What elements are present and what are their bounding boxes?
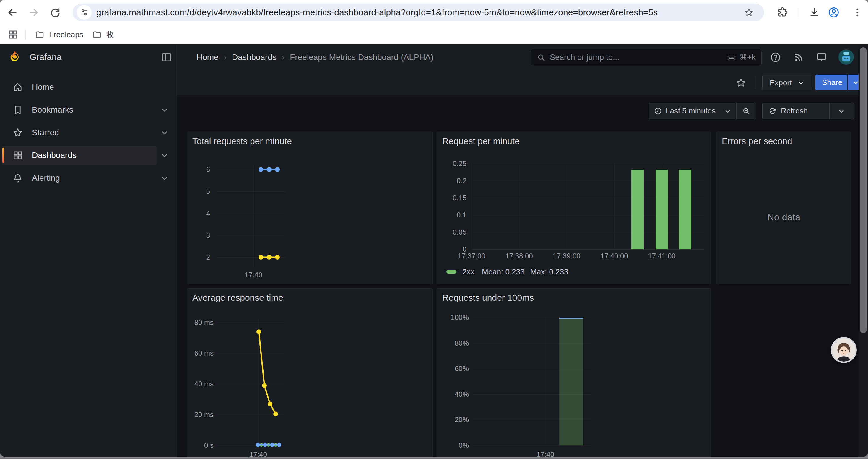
user-avatar[interactable]	[838, 49, 854, 65]
sidebar-item-bookmarks[interactable]: Bookmarks	[2, 100, 157, 119]
percentage-bar[interactable]	[559, 318, 583, 446]
sidebar-item-alerting[interactable]: Alerting	[2, 169, 157, 188]
download-icon[interactable]	[809, 7, 819, 18]
share-button[interactable]: Share	[815, 75, 847, 90]
search-placeholder: Search or jump to...	[550, 49, 620, 66]
y-tick-label: 40 ms	[187, 380, 214, 388]
legend-series-name[interactable]: 2xx	[462, 267, 474, 276]
home-icon	[12, 82, 23, 93]
floating-assistant-avatar[interactable]	[831, 337, 857, 363]
panel-total-requests-per-minute: Total requests per minute6543217:40NameM…	[187, 132, 433, 284]
news-icon[interactable]	[793, 52, 804, 63]
data-point	[256, 329, 261, 334]
refresh-group: Refresh	[762, 103, 854, 119]
page-header: Home›Dashboards›Freeleaps Metrics Dashbo…	[177, 44, 868, 70]
breadcrumb-item[interactable]: Dashboards	[232, 53, 277, 62]
chevron-down-icon	[853, 80, 859, 86]
legend: 2xxMean: 0.233Max: 0.233	[444, 266, 704, 278]
scrollbar-thumb[interactable]	[860, 47, 867, 333]
chevron-down-icon[interactable]	[161, 175, 168, 182]
x-tick-label: 17:40	[235, 451, 282, 457]
gridline	[471, 164, 472, 249]
y-tick-label: 4	[187, 209, 210, 218]
gridline	[217, 384, 285, 384]
data-point	[267, 443, 270, 447]
gridline	[217, 191, 285, 192]
data-point	[274, 443, 277, 447]
y-tick-label: 20%	[437, 415, 469, 424]
y-tick-label: 60%	[437, 364, 469, 373]
extensions-icon[interactable]	[777, 7, 788, 18]
chevron-down-icon[interactable]	[161, 153, 168, 159]
gridline	[567, 164, 567, 249]
refresh-interval-button[interactable]	[830, 103, 854, 119]
panel-title[interactable]: Request per minute	[442, 136, 520, 146]
chevron-down-icon[interactable]	[161, 107, 168, 113]
gridline	[472, 198, 704, 198]
sidebar-toggle-icon[interactable]	[161, 52, 172, 63]
panel-title[interactable]: Errors per second	[722, 136, 792, 146]
panel-errors-per-second: Errors per secondNo data	[716, 132, 851, 284]
site-settings-button[interactable]	[77, 5, 92, 20]
data-point	[277, 443, 281, 447]
grafana-logo-icon[interactable]	[8, 50, 22, 64]
sidebar-item-label: Bookmarks	[32, 100, 73, 119]
brand-label[interactable]: Grafana	[30, 52, 61, 62]
reload-icon[interactable]	[50, 7, 60, 18]
sidebar-item-home[interactable]: Home	[2, 78, 157, 97]
zoom-out-button[interactable]	[736, 103, 756, 119]
data-point	[268, 402, 272, 406]
star-icon	[12, 127, 23, 138]
bar[interactable]	[679, 169, 691, 249]
refresh-label: Refresh	[781, 106, 808, 116]
grafana-app: Grafana HomeBookmarksStarredDashboardsAl…	[0, 44, 868, 457]
breadcrumb-item[interactable]: Home	[196, 53, 219, 62]
breadcrumb-item[interactable]: Freeleaps Metrics Dashboard (ALPHA)	[290, 53, 433, 62]
time-range-label: Last 5 minutes	[665, 106, 716, 116]
time-range-picker[interactable]: Last 5 minutes	[649, 103, 736, 119]
zoom-out-icon	[742, 107, 750, 115]
sidebar-item-starred[interactable]: Starred	[2, 123, 157, 142]
x-tick-label: 17:40:00	[591, 252, 638, 260]
time-range-group: Last 5 minutes	[649, 103, 756, 119]
browser-menu-icon[interactable]	[852, 7, 863, 18]
toolbar-divider	[756, 76, 756, 89]
y-tick-label: 80%	[437, 339, 469, 348]
panel-title[interactable]: Average response time	[192, 293, 283, 303]
panel-requests-under-100ms: Requests under 100ms100%80%60%40%20%0%17…	[437, 288, 711, 457]
bar[interactable]	[631, 169, 644, 249]
chevron-down-icon	[838, 108, 844, 114]
export-button[interactable]: Export	[762, 75, 811, 90]
y-tick-label: 0.15	[437, 193, 466, 202]
apps-grid-icon[interactable]	[8, 29, 18, 40]
profile-icon[interactable]	[828, 6, 840, 18]
panel-title[interactable]: Total requests per minute	[192, 136, 292, 146]
back-icon[interactable]	[7, 7, 18, 18]
gridline	[614, 164, 615, 249]
refresh-button[interactable]: Refresh	[763, 103, 829, 119]
bell-icon	[12, 173, 23, 184]
browser-toolbar: grafana.mathmast.com/d/deytv4rwavabkb/fr…	[0, 0, 868, 25]
legend-stat: Max: 0.233	[530, 267, 568, 276]
bookmark-page-icon[interactable]	[744, 7, 754, 18]
search-input[interactable]: Search or jump to... ⌘+k	[531, 49, 762, 66]
gridline	[217, 169, 285, 170]
forward-icon[interactable]	[28, 7, 39, 18]
url-bar[interactable]: grafana.mathmast.com/d/deytv4rwavabkb/fr…	[73, 4, 764, 21]
sidebar-item-label: Starred	[32, 123, 59, 142]
favorite-dashboard-icon[interactable]	[736, 77, 746, 88]
help-icon[interactable]	[770, 52, 781, 63]
folder-icon	[35, 30, 44, 39]
series-color-pill[interactable]	[446, 270, 457, 273]
display-icon[interactable]	[816, 52, 827, 63]
chevron-down-icon[interactable]	[161, 130, 168, 136]
url-text[interactable]: grafana.mathmast.com/d/deytv4rwavabkb/fr…	[96, 4, 658, 21]
bar[interactable]	[656, 169, 668, 249]
chevron-down-icon	[798, 80, 804, 86]
chart-canvas	[187, 132, 433, 285]
tune-icon	[80, 8, 89, 17]
gridline	[472, 232, 704, 232]
breadcrumb: Home›Dashboards›Freeleaps Metrics Dashbo…	[196, 44, 433, 70]
panel-title[interactable]: Requests under 100ms	[442, 293, 534, 303]
sidebar-item-dashboards[interactable]: Dashboards	[2, 146, 157, 165]
